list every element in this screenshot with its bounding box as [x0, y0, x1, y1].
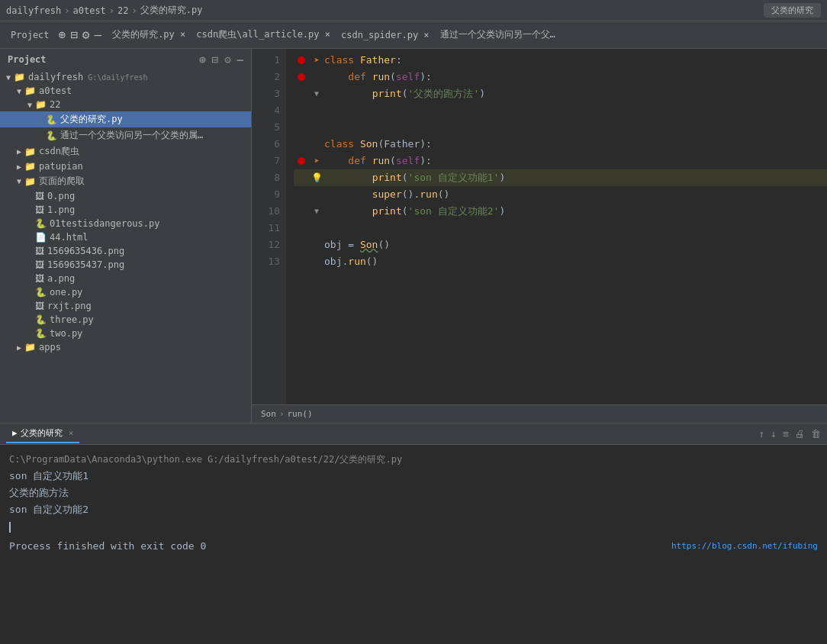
terminal-output-line-2: 父类的跑方法 [9, 485, 818, 501]
gutter-bp-2[interactable] [294, 73, 309, 81]
sidebar-item-1569635436[interactable]: 🖼 1569635436.png [0, 244, 251, 258]
arrow-dailyfresh: ▼ [3, 73, 14, 82]
sidebar-item-csdn-spider[interactable]: ▶ 📁 csdn爬虫 [0, 143, 251, 159]
sidebar-item-apps[interactable]: ▶ 📁 apps [0, 340, 251, 354]
sidebar-item-father-attr[interactable]: 🐍 通过一个父类访问另一个父类的属性. [0, 127, 251, 143]
sidebar-item-father-study[interactable]: 🐍 父类的研究.py [0, 111, 251, 127]
code-text-2: def run(self): [324, 69, 432, 85]
folder-icon-apps: 📁 [24, 342, 36, 353]
item-label-apng: a.png [47, 273, 75, 284]
item-label-1569635437: 1569635437.png [47, 259, 124, 270]
item-label-apps: apps [39, 342, 61, 353]
sidebar-item-apng[interactable]: 🖼 a.png [0, 272, 251, 285]
item-label-rxjtpng: rxjt.png [47, 301, 92, 311]
py-icon-twopy: 🐍 [35, 328, 47, 339]
tab-csdn[interactable]: csdn爬虫\all_article.py × [196, 28, 330, 41]
code-content[interactable]: ➤ class Father: def run(self): ▼ [286, 49, 827, 404]
project-label[interactable]: Project [6, 28, 54, 42]
sidebar-item-pages[interactable]: ▼ 📁 页面的爬取 [0, 173, 251, 189]
item-label-dailyfresh: dailyfresh [28, 72, 83, 82]
terminal-icon-print[interactable]: 🖨 [795, 428, 805, 440]
code-text-12: obj = Son() [324, 237, 390, 253]
tab-csdn-spider[interactable]: csdn_spider.py × [341, 30, 430, 40]
terminal-tab-close[interactable]: × [69, 428, 74, 438]
current-file-tab[interactable]: 父类的研究.py × [112, 28, 185, 41]
toolbar-icon-remove[interactable]: ⊟ [70, 27, 78, 42]
sidebar-item-22[interactable]: ▼ 📁 22 [0, 98, 251, 111]
ln-2: 2 [252, 69, 280, 85]
folder-icon-csdn-spider: 📁 [24, 147, 36, 157]
terminal-output: C:\ProgramData\Anaconda3\python.exe G:/d… [0, 445, 827, 621]
item-label-0png: 0.png [47, 191, 75, 201]
sidebar-item-44html[interactable]: 📄 44.html [0, 230, 251, 244]
py-icon-father-study: 🐍 [46, 114, 57, 125]
main-area: Project ⊕ ⊟ ⚙ — ▼ 📁 dailyfresh G:\dailyf… [0, 49, 827, 621]
toolbar-icon-settings[interactable]: ⚙ [82, 27, 90, 42]
sidebar-item-1569635437[interactable]: 🖼 1569635437.png [0, 258, 251, 272]
code-line-6: class Son(Father): [294, 136, 827, 153]
terminal-icons-right: ↑ ↓ ≡ 🖨 🗑 [759, 428, 821, 440]
terminal-command-line: C:\ProgramData\Anaconda3\python.exe G:/d… [9, 451, 818, 468]
terminal-icon-lines[interactable]: ≡ [783, 428, 789, 440]
gutter-bp-1[interactable] [294, 56, 309, 64]
breadcrumb-sep3: › [132, 5, 137, 16]
sidebar-item-01test[interactable]: 🐍 01testisdangerous.py [0, 217, 251, 230]
item-label-1569635436: 1569635436.png [47, 246, 124, 256]
sidebar-title: Project [8, 54, 47, 65]
img-icon-0png: 🖼 [35, 191, 44, 201]
code-line-12: obj = Son() [294, 237, 827, 253]
sidebar-item-dailyfresh[interactable]: ▼ 📁 dailyfresh G:\dailyfresh [0, 70, 251, 84]
sidebar-item-threepy[interactable]: 🐍 three.py [0, 313, 251, 327]
terminal-tab-run[interactable]: ▶ 父类的研究 × [6, 424, 79, 443]
ln-11: 11 [252, 220, 280, 237]
arrow-apps: ▶ [14, 343, 24, 352]
item-label-1png: 1.png [47, 204, 75, 215]
sidebar-item-twopy[interactable]: 🐍 two.py [0, 327, 251, 340]
ln-10: 10 [252, 203, 280, 220]
sidebar-item-onepy[interactable]: 🐍 one.py [0, 285, 251, 299]
sidebar-icon-3[interactable]: ⚙ [224, 53, 230, 66]
code-text-6: class Son(Father): [324, 136, 432, 153]
breadcrumb-file: 父类的研究.py [140, 4, 203, 17]
sidebar-icon-4[interactable]: — [237, 53, 243, 66]
terminal-tab-icon: ▶ [12, 428, 18, 438]
toolbar-icon-add[interactable]: ⊕ [59, 27, 66, 42]
item-label-patupian: patupian [39, 161, 83, 172]
gutter-bulb-8[interactable]: 💡 [309, 169, 324, 186]
item-label-twopy: two.py [50, 328, 82, 339]
terminal-output-line-3: son 自定义功能2 [9, 501, 818, 518]
sidebar-icon-1[interactable]: ⊕ [199, 53, 205, 66]
terminal-icon-trash[interactable]: 🗑 [811, 428, 821, 440]
sidebar-item-rxjtpng[interactable]: 🖼 rxjt.png [0, 299, 251, 313]
sidebar-item-1png[interactable]: 🖼 1.png [0, 203, 251, 217]
ln-7: 7 [252, 153, 280, 169]
code-line-8: 💡 print('son 自定义功能1') [294, 169, 827, 186]
sidebar-item-0png[interactable]: 🖼 0.png [0, 189, 251, 203]
sidebar-item-a0test[interactable]: ▼ 📁 a0test [0, 84, 251, 98]
tab-parent-access[interactable]: 通过一个父类访问另一个父类的属性... [440, 28, 562, 41]
gutter-bp-7[interactable] [294, 157, 309, 165]
code-line-13: obj.run() [294, 253, 827, 270]
img-icon-rxjtpng: 🖼 [35, 301, 44, 311]
terminal-panel: ▶ 父类的研究 × ↑ ↓ ≡ 🖨 🗑 C:\ProgramData\Anaco… [0, 423, 827, 621]
code-line-7: ➤ def run(self): [294, 153, 827, 169]
sidebar-icon-2[interactable]: ⊟ [212, 53, 218, 66]
terminal-icon-up[interactable]: ↑ [759, 428, 765, 440]
terminal-cursor [9, 522, 11, 533]
folder-icon-patupian: 📁 [24, 161, 36, 172]
gutter-fold-10[interactable]: ▼ [309, 203, 324, 220]
sidebar-item-patupian[interactable]: ▶ 📁 patupian [0, 159, 251, 173]
code-editor[interactable]: 1 2 3 4 5 6 7 8 9 10 11 12 13 [252, 49, 827, 423]
breadcrumb: dailyfresh › a0test › 22 › 父类的研究.py [6, 4, 202, 17]
breadcrumb-dailyfresh: dailyfresh [6, 5, 61, 16]
gutter-arrow-1: ➤ [309, 52, 324, 69]
terminal-process-finish: Process finished with exit code 0 https:… [9, 538, 818, 555]
terminal-icon-down[interactable]: ↓ [771, 428, 777, 440]
py-icon-father-attr: 🐍 [46, 130, 57, 141]
code-line-11 [294, 220, 827, 237]
sidebar-header: Project ⊕ ⊟ ⚙ — [0, 49, 251, 70]
code-text-9: super().run() [324, 186, 449, 203]
arrow-pages: ▼ [14, 177, 24, 185]
gutter-fold-3[interactable]: ▼ [309, 85, 324, 102]
ln-5: 5 [252, 119, 280, 136]
